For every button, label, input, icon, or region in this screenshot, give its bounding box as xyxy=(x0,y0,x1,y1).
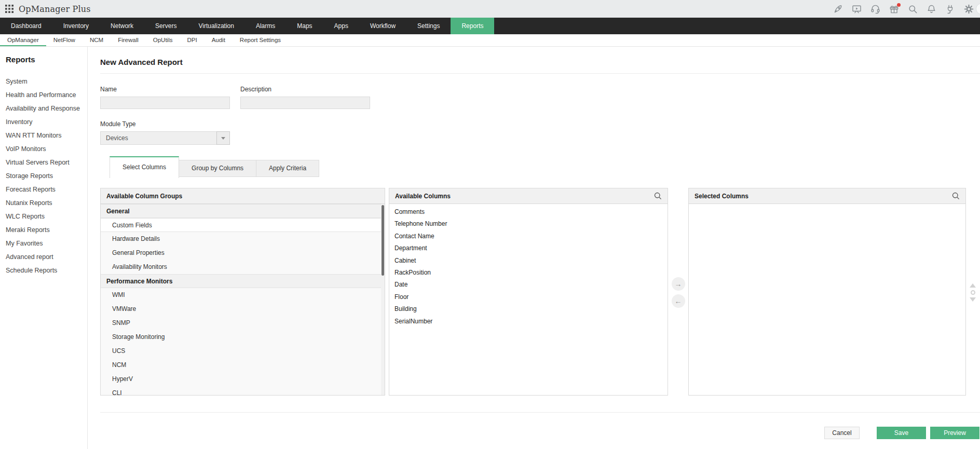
column-group-row-custom-fields[interactable]: Custom Fields xyxy=(101,218,385,232)
column-group-row-general-properties[interactable]: General Properties xyxy=(101,246,385,260)
tab-apply-criteria[interactable]: Apply Criteria xyxy=(256,160,319,177)
sidebar-item-wan-rtt-monitors[interactable]: WAN RTT Monitors xyxy=(0,129,87,142)
available-column-building[interactable]: Building xyxy=(389,303,668,315)
available-column-date[interactable]: Date xyxy=(389,279,668,291)
column-group-row-cli[interactable]: CLI xyxy=(101,386,385,395)
main-navigation: DashboardInventoryNetworkServersVirtuali… xyxy=(0,18,980,34)
sidebar-item-schedule-reports[interactable]: Schedule Reports xyxy=(0,264,87,277)
search-icon[interactable] xyxy=(654,192,662,200)
chevron-down-icon xyxy=(221,137,225,140)
move-right-button[interactable]: → xyxy=(672,277,685,291)
headset-icon[interactable] xyxy=(870,4,880,14)
tab-select-columns[interactable]: Select Columns xyxy=(110,156,179,178)
column-group-row-vmware[interactable]: VMWare xyxy=(101,302,385,316)
nav-item-dashboard[interactable]: Dashboard xyxy=(0,18,52,34)
subnav-item-ncm[interactable]: NCM xyxy=(83,34,111,46)
tab-group-by-columns[interactable]: Group by Columns xyxy=(179,160,256,177)
sidebar-item-system[interactable]: System xyxy=(0,75,87,88)
sidebar-item-storage-reports[interactable]: Storage Reports xyxy=(0,169,87,183)
avatar[interactable] xyxy=(976,3,980,15)
preview-button[interactable]: Preview xyxy=(930,427,979,439)
move-up-icon[interactable] xyxy=(970,283,976,288)
sidebar-item-wlc-reports[interactable]: WLC Reports xyxy=(0,210,87,223)
move-left-button[interactable]: ← xyxy=(672,294,685,308)
sidebar-list: SystemHealth and PerformanceAvailability… xyxy=(0,75,87,277)
top-bar: OpManager Plus xyxy=(0,0,980,18)
groups-scrollbar[interactable] xyxy=(381,204,385,395)
available-column-department[interactable]: Department xyxy=(389,242,668,254)
cancel-button[interactable]: Cancel xyxy=(824,427,860,439)
available-column-floor[interactable]: Floor xyxy=(389,291,668,303)
column-group-row-hardware-details[interactable]: Hardware Details xyxy=(101,232,385,246)
available-column-groups-header: Available Column Groups xyxy=(106,193,182,200)
sidebar-item-availability-and-response[interactable]: Availability and Response xyxy=(0,102,87,115)
search-icon[interactable] xyxy=(951,192,960,200)
column-group-row-ucs[interactable]: UCS xyxy=(101,344,385,358)
name-input[interactable] xyxy=(100,97,230,109)
description-input[interactable] xyxy=(240,97,370,109)
nav-item-apps[interactable]: Apps xyxy=(323,18,359,34)
column-group-row-ncm[interactable]: NCM xyxy=(101,358,385,372)
sidebar-item-health-and-performance[interactable]: Health and Performance xyxy=(0,88,87,102)
nav-item-network[interactable]: Network xyxy=(100,18,144,34)
column-group-row-hyperv[interactable]: HyperV xyxy=(101,372,385,386)
column-group-row-general[interactable]: General xyxy=(101,204,385,218)
module-type-dropdown-button[interactable] xyxy=(216,131,230,145)
column-tabs: Select ColumnsGroup by ColumnsApply Crit… xyxy=(100,156,980,178)
sidebar-item-forecast-reports[interactable]: Forecast Reports xyxy=(0,183,87,196)
available-columns-header: Available Columns xyxy=(395,193,451,200)
column-group-row-performance-monitors[interactable]: Performance Monitors xyxy=(101,274,385,288)
gift-icon[interactable] xyxy=(889,4,899,14)
nav-item-settings[interactable]: Settings xyxy=(406,18,451,34)
subnav-item-netflow[interactable]: NetFlow xyxy=(46,34,83,46)
available-column-contact-name[interactable]: Contact Name xyxy=(389,230,668,242)
notification-badge xyxy=(897,3,901,7)
save-button[interactable]: Save xyxy=(877,427,926,439)
nav-item-inventory[interactable]: Inventory xyxy=(52,18,100,34)
available-columns-panel: Available Columns CommentsTelephone Numb… xyxy=(389,188,668,396)
sidebar-item-voip-monitors[interactable]: VoIP Monitors xyxy=(0,142,87,156)
sidebar-item-nutanix-reports[interactable]: Nutanix Reports xyxy=(0,196,87,210)
plug-icon[interactable] xyxy=(945,4,955,14)
available-column-comments[interactable]: Comments xyxy=(389,206,668,218)
nav-item-servers[interactable]: Servers xyxy=(144,18,187,34)
gear-icon[interactable] xyxy=(964,4,974,14)
column-group-row-storage-monitoring[interactable]: Storage Monitoring xyxy=(101,330,385,344)
available-column-cabinet[interactable]: Cabinet xyxy=(389,255,668,267)
sidebar-item-meraki-reports[interactable]: Meraki Reports xyxy=(0,223,87,237)
subnav-item-firewall[interactable]: Firewall xyxy=(111,34,146,46)
sidebar-title: Reports xyxy=(0,55,87,64)
subnav-item-opmanager[interactable]: OpManager xyxy=(0,34,46,46)
groups-scrollbar-thumb[interactable] xyxy=(382,205,384,276)
search-icon[interactable] xyxy=(908,4,918,14)
column-group-row-availability-monitors[interactable]: Availability Monitors xyxy=(101,260,385,274)
presentation-icon[interactable] xyxy=(852,4,862,14)
app-launcher-grid-icon[interactable] xyxy=(5,5,13,13)
nav-item-alarms[interactable]: Alarms xyxy=(245,18,286,34)
sidebar-item-my-favorites[interactable]: My Favorites xyxy=(0,237,87,250)
nav-item-maps[interactable]: Maps xyxy=(286,18,323,34)
available-column-rackposition[interactable]: RackPosition xyxy=(389,267,668,279)
title-divider xyxy=(100,73,980,74)
nav-item-workflow[interactable]: Workflow xyxy=(359,18,406,34)
subnav-item-report-settings[interactable]: Report Settings xyxy=(233,34,288,46)
column-group-row-snmp[interactable]: SNMP xyxy=(101,316,385,330)
rocket-icon[interactable] xyxy=(833,4,843,14)
column-group-row-wmi[interactable]: WMI xyxy=(101,288,385,302)
subnav-item-audit[interactable]: Audit xyxy=(205,34,233,46)
available-column-serialnumber[interactable]: SerialNumber xyxy=(389,316,668,328)
sidebar-item-advanced-report[interactable]: Advanced report xyxy=(0,250,87,264)
subnav-item-dpi[interactable]: DPI xyxy=(180,34,204,46)
selected-columns-header: Selected Columns xyxy=(695,193,748,200)
nav-item-virtualization[interactable]: Virtualization xyxy=(187,18,244,34)
sidebar-item-virtual-servers-report[interactable]: Virtual Servers Report xyxy=(0,156,87,169)
subnav-item-oputils[interactable]: OpUtils xyxy=(146,34,180,46)
nav-item-reports[interactable]: Reports xyxy=(451,18,494,34)
app-title: OpManager Plus xyxy=(19,4,91,14)
move-down-icon[interactable] xyxy=(970,297,976,302)
module-type-select[interactable]: Devices xyxy=(100,131,230,145)
action-buttons: Cancel Save Preview xyxy=(100,427,980,439)
available-column-telephone-number[interactable]: Telephone Number xyxy=(389,218,668,230)
sidebar-item-inventory[interactable]: Inventory xyxy=(0,115,87,129)
bell-icon[interactable] xyxy=(927,4,936,14)
